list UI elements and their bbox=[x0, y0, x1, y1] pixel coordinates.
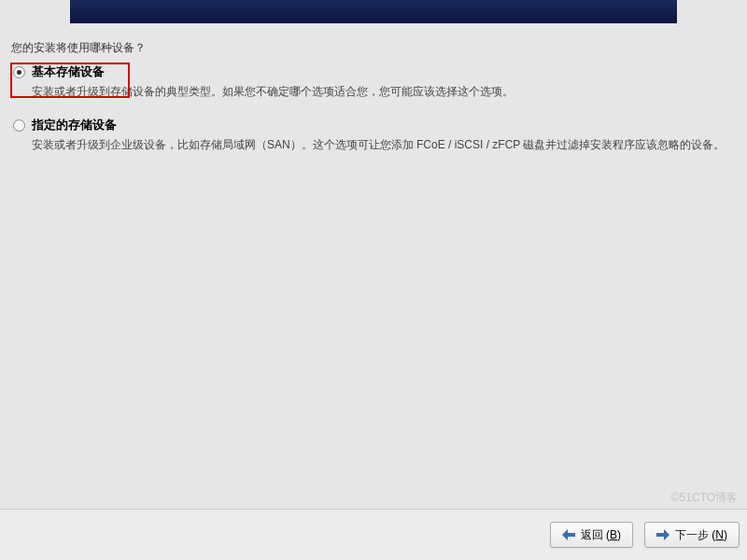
arrow-left-icon bbox=[562, 529, 575, 540]
watermark: ©51CTO博客 bbox=[671, 490, 738, 506]
option-desc: 安装或者升级到存储设备的典型类型。如果您不确定哪个选项适合您，您可能应该选择这个… bbox=[32, 83, 728, 100]
footer-bar: 返回 (B) 下一步 (N) bbox=[0, 509, 747, 560]
back-button-label: 返回 (B) bbox=[581, 527, 621, 543]
prompt-text: 您的安装将使用哪种设备？ bbox=[11, 40, 146, 56]
next-button[interactable]: 下一步 (N) bbox=[644, 522, 740, 548]
option-title: 指定的存储设备 bbox=[32, 117, 728, 133]
arrow-right-icon bbox=[656, 529, 669, 540]
option-desc: 安装或者升级到企业级设备，比如存储局域网（SAN）。这个选项可让您添加 FCoE… bbox=[32, 136, 728, 153]
radio-basic-storage[interactable] bbox=[13, 66, 25, 78]
option-basic-storage[interactable]: 基本存储设备 安装或者升级到存储设备的典型类型。如果您不确定哪个选项适合您，您可… bbox=[13, 63, 728, 100]
header-banner bbox=[70, 0, 677, 23]
back-button[interactable]: 返回 (B) bbox=[550, 522, 633, 548]
option-specified-storage[interactable]: 指定的存储设备 安装或者升级到企业级设备，比如存储局域网（SAN）。这个选项可让… bbox=[13, 117, 728, 153]
options-group: 基本存储设备 安装或者升级到存储设备的典型类型。如果您不确定哪个选项适合您，您可… bbox=[13, 63, 728, 170]
option-title: 基本存储设备 bbox=[32, 63, 728, 80]
next-button-label: 下一步 (N) bbox=[675, 527, 727, 543]
radio-specified-storage[interactable] bbox=[13, 119, 25, 132]
